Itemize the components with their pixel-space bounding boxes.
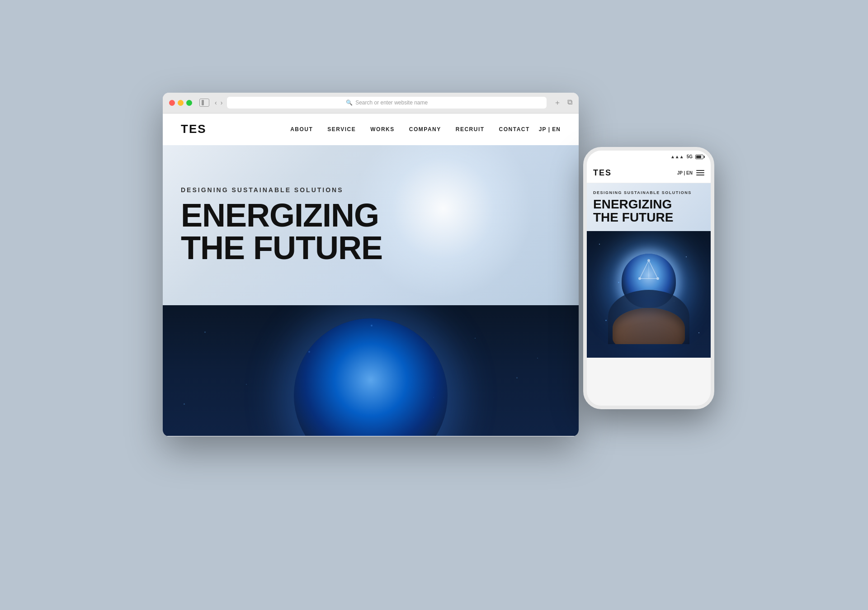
hands-visual: [608, 290, 689, 344]
language-switch[interactable]: JP | EN: [539, 126, 561, 132]
hero-title-line1: ENERGIZING: [181, 197, 379, 233]
phone-hero-image: [587, 231, 711, 358]
phone-nav-right: JP | EN: [677, 170, 704, 175]
site-header: TES ABOUT SERVICE WORKS COMPANY RECRUIT …: [163, 113, 579, 145]
phone-title-line1: ENERGIZING: [593, 197, 672, 211]
hero-upper: DESIGNING SUSTAINABLE SOLUTIONS ENERGIZI…: [163, 145, 579, 305]
phone-hero-subtitle: DESIGNING SUSTAINABLE SOLUTIONS: [593, 190, 704, 195]
nav-recruit[interactable]: RECRUIT: [456, 126, 485, 132]
battery-icon: [695, 155, 703, 159]
mobile-phone: ▲▲▲ 5G TES JP | EN DESIGNING SUSTAINABLE…: [583, 147, 714, 409]
desktop-browser: ‹ › 🔍 Search or enter website name ＋ ⧉ T…: [163, 93, 579, 436]
signal-indicator: ▲▲▲: [670, 154, 684, 159]
scene: ‹ › 🔍 Search or enter website name ＋ ⧉ T…: [163, 57, 705, 554]
hero-lower: [163, 305, 579, 436]
bulb-triangle-icon: [637, 258, 660, 285]
phone-logo[interactable]: TES: [593, 168, 612, 178]
phone-lang-switch[interactable]: JP | EN: [677, 170, 693, 175]
nav-works[interactable]: WORKS: [370, 126, 395, 132]
nav-service[interactable]: SERVICE: [327, 126, 356, 132]
address-text: Search or enter website name: [355, 99, 428, 106]
phone-hero-title: ENERGIZING THE FUTURE: [593, 198, 704, 224]
phone-site-header: TES JP | EN: [587, 163, 711, 183]
site-logo[interactable]: TES: [181, 122, 207, 136]
forward-button[interactable]: ›: [221, 99, 223, 106]
browser-action-buttons: ＋ ⧉: [554, 98, 572, 108]
maximize-button[interactable]: [186, 100, 192, 106]
network-type: 5G: [687, 154, 693, 159]
hero-section: DESIGNING SUSTAINABLE SOLUTIONS ENERGIZI…: [163, 145, 579, 436]
phone-hero-upper: DESIGNING SUSTAINABLE SOLUTIONS ENERGIZI…: [587, 183, 711, 232]
hero-subtitle: DESIGNING SUSTAINABLE SOLUTIONS: [181, 186, 561, 194]
nav-company[interactable]: COMPANY: [409, 126, 441, 132]
svg-point-2: [638, 277, 641, 280]
lightbulb-visual: [613, 245, 685, 344]
back-button[interactable]: ‹: [215, 99, 217, 106]
browser-chrome: ‹ › 🔍 Search or enter website name ＋ ⧉: [163, 93, 579, 113]
minimize-button[interactable]: [178, 100, 184, 106]
nav-about[interactable]: ABOUT: [290, 126, 313, 132]
close-button[interactable]: [169, 100, 175, 106]
traffic-lights: [169, 100, 192, 106]
sidebar-toggle-button[interactable]: [199, 99, 209, 107]
hero-title: ENERGIZING THE FUTURE: [181, 199, 561, 264]
browser-nav-buttons: ‹ ›: [215, 99, 222, 106]
nav-contact[interactable]: CONTACT: [499, 126, 530, 132]
hands-skin: [613, 308, 685, 344]
new-tab-button[interactable]: ＋: [554, 98, 561, 108]
website: TES ABOUT SERVICE WORKS COMPANY RECRUIT …: [163, 113, 579, 436]
copy-button[interactable]: ⧉: [567, 98, 572, 108]
phone-status-bar: ▲▲▲ 5G: [587, 151, 711, 163]
phone-title-line2: THE FUTURE: [593, 210, 673, 224]
hero-title-line2: THE FUTURE: [181, 230, 382, 266]
hamburger-menu[interactable]: [696, 170, 704, 175]
search-icon: 🔍: [346, 99, 353, 106]
svg-point-3: [656, 277, 659, 280]
site-nav: ABOUT SERVICE WORKS COMPANY RECRUIT CONT…: [290, 126, 530, 132]
address-bar[interactable]: 🔍 Search or enter website name: [227, 97, 547, 109]
